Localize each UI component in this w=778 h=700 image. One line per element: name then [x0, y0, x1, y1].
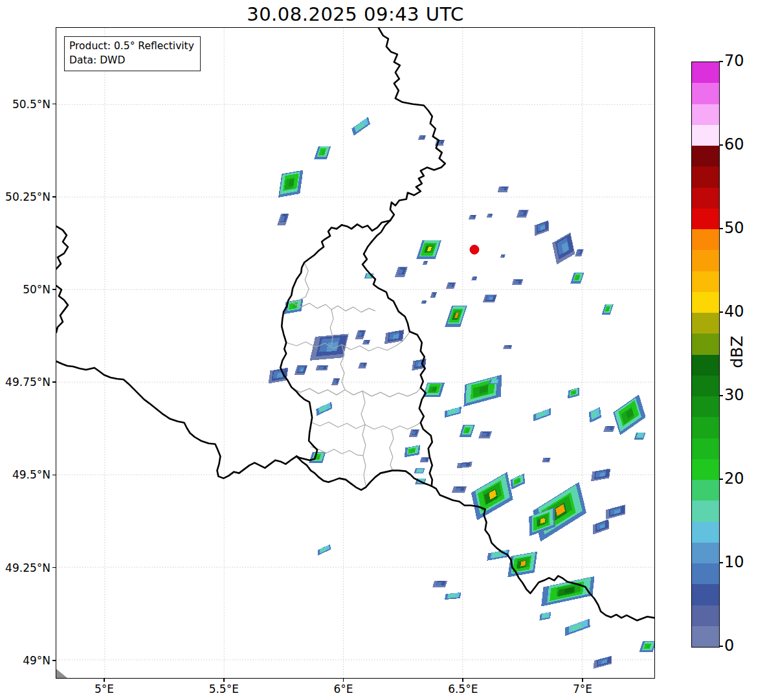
colorbar-segment	[692, 605, 719, 626]
x-tick-label: 5°E	[94, 683, 114, 695]
colorbar-tick-mark	[719, 646, 723, 647]
colorbar-segment	[692, 125, 719, 146]
page-title: 30.08.2025 09:43 UTC	[56, 3, 655, 25]
radar-echo	[445, 306, 467, 326]
y-tick-label: 50°N	[0, 283, 50, 296]
radar-echo	[362, 340, 370, 344]
y-tick-label: 49°N	[0, 654, 50, 667]
colorbar-segment	[692, 229, 719, 250]
radar-echo	[421, 300, 427, 304]
colorbar-segment	[692, 459, 719, 480]
colorbar-tick-label: 70	[724, 52, 744, 70]
radar-echo	[331, 378, 340, 385]
radar-echo	[277, 214, 289, 225]
radar-echo	[591, 468, 610, 481]
radar-echo	[423, 261, 428, 265]
colorbar-segment	[692, 146, 719, 166]
y-tick-label: 50.5°N	[0, 98, 50, 111]
map-clip-corner	[56, 669, 67, 678]
radar-echo	[420, 457, 430, 462]
colorbar-tick-mark	[719, 228, 723, 229]
colorbar-segment	[692, 104, 719, 125]
radar-echo	[445, 407, 461, 418]
x-tick-mark	[582, 679, 583, 682]
radar-echo	[316, 402, 332, 416]
country-border	[56, 226, 68, 269]
radar-echo	[593, 519, 609, 535]
y-tick-mark	[52, 104, 56, 105]
radar-echo	[478, 431, 492, 438]
x-tick-mark	[343, 679, 344, 682]
colorbar-tick-mark	[719, 144, 723, 146]
radar-echo	[603, 426, 615, 432]
colorbar-segment	[692, 250, 719, 271]
colorbar-tick-label: 10	[724, 553, 744, 571]
colorbar-segment	[692, 480, 719, 501]
radar-echo	[639, 641, 654, 652]
radar-echo	[269, 367, 289, 383]
colorbar-segment	[692, 271, 719, 292]
colorbar-tick-label: 60	[724, 135, 744, 153]
radar-echo	[469, 215, 476, 220]
x-tick-label: 6.5°E	[448, 683, 478, 695]
colorbar-tick-mark	[719, 562, 723, 563]
colorbar-segment	[692, 501, 719, 521]
radar-echo-layer	[506, 346, 509, 347]
colorbar-segment	[692, 563, 719, 584]
radar-echo	[355, 330, 366, 339]
radar-echo	[278, 170, 303, 198]
radar-echo	[471, 472, 513, 521]
district-border	[311, 422, 421, 430]
colorbar-segment	[692, 313, 719, 333]
radar-echo	[452, 486, 467, 492]
district-border	[291, 387, 421, 397]
radar-echo	[534, 220, 549, 236]
radar-echo	[446, 282, 456, 288]
radar-echo	[539, 612, 551, 620]
y-tick-label: 49.75°N	[0, 376, 50, 389]
colorbar-segment	[692, 417, 719, 438]
x-tick-label: 7°E	[573, 683, 592, 695]
radar-echo	[395, 267, 408, 277]
colorbar-tick-label: 0	[724, 637, 734, 655]
radar-echo	[314, 146, 331, 159]
district-border	[293, 303, 375, 312]
radar-echo	[487, 214, 493, 218]
colorbar-segment	[692, 333, 719, 354]
radar-echo	[503, 345, 512, 349]
colorbar-segment	[692, 438, 719, 459]
radar-echo-layer	[456, 488, 461, 491]
station-marker	[470, 245, 479, 254]
colorbar-segment	[692, 62, 719, 83]
colorbar-tick-mark	[719, 61, 723, 62]
radar-echo	[542, 458, 551, 462]
colorbar-segment	[692, 376, 719, 396]
colorbar-segment	[692, 83, 719, 104]
radar-echo	[351, 117, 370, 136]
x-tick-mark	[462, 679, 463, 682]
radar-echo	[602, 304, 614, 315]
radar-echo-layer	[520, 561, 526, 567]
y-tick-label: 49.5°N	[0, 468, 50, 481]
radar-echo	[423, 383, 445, 397]
district-border	[361, 391, 366, 486]
radar-echo	[575, 249, 584, 256]
radar-echo	[445, 593, 461, 600]
radar-echo	[634, 433, 646, 440]
radar-echo	[432, 581, 447, 587]
x-tick-label: 6°E	[333, 683, 353, 695]
y-tick-label: 50.25°N	[0, 190, 50, 203]
x-tick-mark	[223, 679, 225, 682]
country-border	[56, 361, 296, 479]
colorbar-tick-mark	[719, 311, 723, 313]
radar-echo-layer	[436, 582, 442, 585]
radar-echo	[565, 618, 590, 636]
radar-echo	[489, 379, 500, 385]
radar-echo	[483, 295, 497, 302]
radar-echo	[533, 482, 586, 541]
country-border	[379, 28, 445, 220]
radar-echo	[315, 365, 328, 370]
radar-echo	[517, 210, 529, 217]
colorbar-tick-label: 20	[724, 469, 744, 488]
radar-echo	[568, 387, 579, 398]
